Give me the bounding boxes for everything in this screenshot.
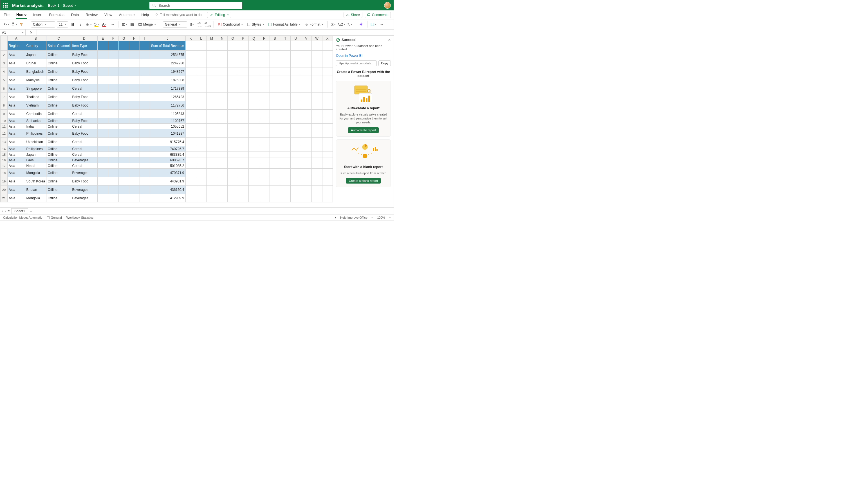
column-header[interactable]: X — [322, 36, 333, 41]
cell[interactable]: Online — [46, 110, 71, 118]
cell[interactable] — [206, 157, 217, 163]
cell[interactable] — [139, 177, 150, 186]
cell[interactable] — [119, 157, 129, 163]
cell[interactable] — [139, 146, 150, 152]
cell[interactable]: 436160.4 — [150, 186, 185, 194]
cell[interactable] — [270, 101, 280, 110]
cell[interactable]: 470371.9 — [150, 169, 185, 177]
cell[interactable] — [259, 194, 270, 202]
cell[interactable]: Cereal — [71, 146, 97, 152]
search-input[interactable]: Search — [149, 2, 242, 9]
cell[interactable] — [97, 93, 108, 101]
cell[interactable] — [238, 169, 248, 177]
cell[interactable] — [270, 146, 280, 152]
cell[interactable] — [301, 101, 312, 110]
user-avatar[interactable] — [384, 2, 391, 9]
cell[interactable] — [129, 124, 139, 129]
cell[interactable] — [259, 76, 270, 84]
format-menu-button[interactable]: Format▾ — [303, 22, 325, 27]
conditional-formatting-button[interactable]: Conditional▾ — [217, 22, 244, 27]
cell[interactable] — [312, 138, 322, 146]
cell[interactable]: Country — [25, 41, 46, 51]
cell[interactable] — [238, 118, 248, 124]
cell[interactable] — [312, 110, 322, 118]
cell[interactable] — [270, 51, 280, 59]
cell[interactable] — [301, 138, 312, 146]
cell[interactable] — [217, 157, 227, 163]
cell[interactable] — [270, 138, 280, 146]
cell[interactable] — [270, 59, 280, 67]
cell[interactable] — [185, 84, 196, 93]
cell[interactable]: Beverages — [71, 186, 97, 194]
cell[interactable] — [108, 76, 119, 84]
column-header[interactable]: E — [97, 36, 108, 41]
cell[interactable] — [108, 41, 119, 51]
cell[interactable] — [290, 152, 301, 157]
cell[interactable] — [322, 51, 333, 59]
cell[interactable] — [119, 51, 129, 59]
cell[interactable] — [290, 93, 301, 101]
cell[interactable] — [206, 186, 217, 194]
cell[interactable] — [322, 163, 333, 169]
cell[interactable] — [108, 93, 119, 101]
cell[interactable] — [97, 146, 108, 152]
cell[interactable] — [97, 118, 108, 124]
cell[interactable]: Mongolia — [25, 194, 46, 202]
cell[interactable] — [206, 51, 217, 59]
cell[interactable] — [119, 163, 129, 169]
row-header[interactable]: 11 — [1, 124, 7, 129]
cell[interactable] — [206, 84, 217, 93]
column-header[interactable]: U — [290, 36, 301, 41]
cell[interactable] — [280, 146, 290, 152]
cell[interactable] — [119, 59, 129, 67]
cell[interactable] — [97, 41, 108, 51]
tab-home[interactable]: Home — [16, 11, 27, 19]
cell[interactable]: Baby Food — [71, 129, 97, 138]
cell[interactable] — [238, 67, 248, 76]
cell[interactable] — [129, 67, 139, 76]
comments-button[interactable]: Comments — [365, 12, 391, 18]
cell[interactable] — [322, 186, 333, 194]
cell[interactable] — [129, 163, 139, 169]
cell[interactable]: 1100767 — [150, 118, 185, 124]
add-sheet-button[interactable]: + — [30, 208, 32, 214]
cell[interactable] — [217, 194, 227, 202]
cell[interactable] — [270, 152, 280, 157]
column-header[interactable]: W — [312, 36, 322, 41]
cell[interactable]: Bhutan — [25, 186, 46, 194]
auto-create-report-button[interactable]: Auto-create report — [348, 127, 379, 133]
cell[interactable]: Asia — [7, 194, 25, 202]
cell[interactable]: Asia — [7, 157, 25, 163]
cell[interactable]: Cambodia — [25, 110, 46, 118]
cell[interactable] — [108, 138, 119, 146]
cell[interactable] — [185, 110, 196, 118]
help-improve-link[interactable]: Help Improve Office — [340, 216, 367, 219]
cell[interactable] — [280, 177, 290, 186]
decrease-decimal-button[interactable]: .0→.00 — [205, 21, 211, 28]
cell[interactable] — [259, 101, 270, 110]
cell[interactable] — [196, 152, 206, 157]
cell[interactable] — [322, 84, 333, 93]
cell[interactable] — [129, 194, 139, 202]
row-header[interactable]: 7 — [1, 93, 7, 101]
cell[interactable] — [248, 152, 259, 157]
cell[interactable] — [196, 157, 206, 163]
cell[interactable] — [196, 84, 206, 93]
cell[interactable]: Bangladesh — [25, 67, 46, 76]
cell[interactable]: Asia — [7, 110, 25, 118]
spreadsheet-grid[interactable]: ABCDEFGHIJKLMNOPQRSTUVWX 1RegionCountryS… — [0, 36, 333, 207]
cell[interactable] — [119, 67, 129, 76]
cell[interactable]: Philippines — [25, 129, 46, 138]
cell[interactable] — [290, 41, 301, 51]
column-header[interactable]: N — [217, 36, 227, 41]
cell[interactable] — [259, 169, 270, 177]
cell[interactable]: Asia — [7, 138, 25, 146]
row-header[interactable]: 17 — [1, 163, 7, 169]
cell[interactable] — [108, 152, 119, 157]
column-header[interactable]: K — [185, 36, 196, 41]
cell[interactable] — [301, 84, 312, 93]
cell[interactable] — [280, 163, 290, 169]
cell[interactable]: Asia — [7, 84, 25, 93]
font-family-selector[interactable]: Calibri▾ — [31, 21, 55, 28]
cell[interactable] — [238, 194, 248, 202]
